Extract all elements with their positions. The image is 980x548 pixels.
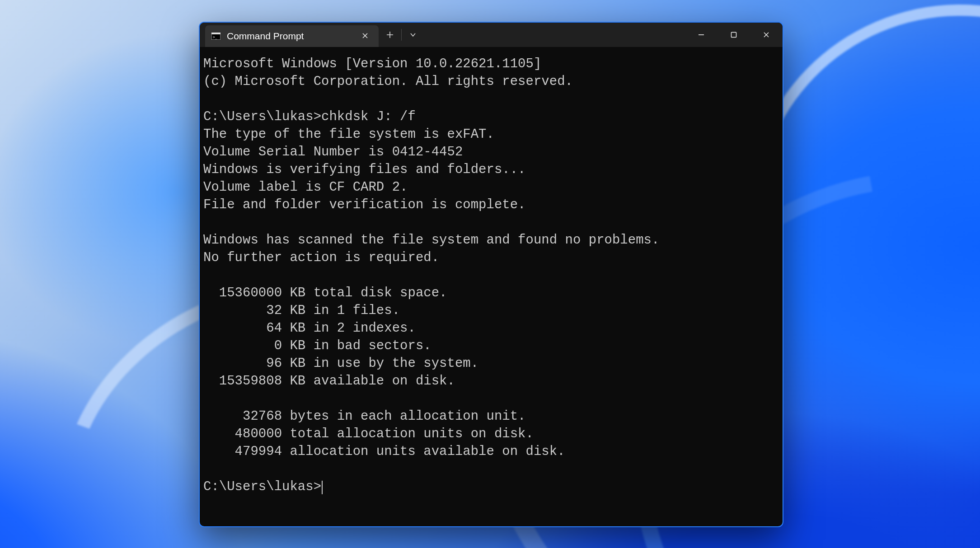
tab-dropdown-button[interactable] — [402, 23, 424, 47]
minimize-button[interactable] — [685, 23, 717, 47]
tab-title: Command Prompt — [227, 31, 353, 42]
titlebar[interactable]: >_ Command Prompt — [200, 23, 783, 47]
tab-actions — [379, 23, 424, 47]
terminal-text: Microsoft Windows [Version 10.0.22621.11… — [203, 56, 659, 459]
svg-rect-1 — [211, 33, 220, 34]
terminal-cursor — [322, 481, 323, 494]
command-prompt-icon: >_ — [211, 33, 220, 40]
svg-rect-3 — [731, 33, 736, 37]
close-button[interactable] — [750, 23, 783, 47]
terminal-tab[interactable]: >_ Command Prompt — [205, 25, 379, 47]
terminal-prompt: C:\Users\lukas> — [203, 479, 321, 494]
new-tab-button[interactable] — [379, 23, 401, 47]
desktop-wallpaper: >_ Command Prompt — [0, 0, 980, 548]
terminal-output[interactable]: Microsoft Windows [Version 10.0.22621.11… — [200, 47, 783, 526]
maximize-button[interactable] — [717, 23, 750, 47]
tab-close-button[interactable] — [360, 32, 370, 41]
terminal-window: >_ Command Prompt — [199, 22, 783, 527]
window-controls — [685, 23, 783, 47]
svg-text:>_: >_ — [213, 35, 217, 39]
titlebar-drag-region[interactable] — [424, 23, 685, 47]
